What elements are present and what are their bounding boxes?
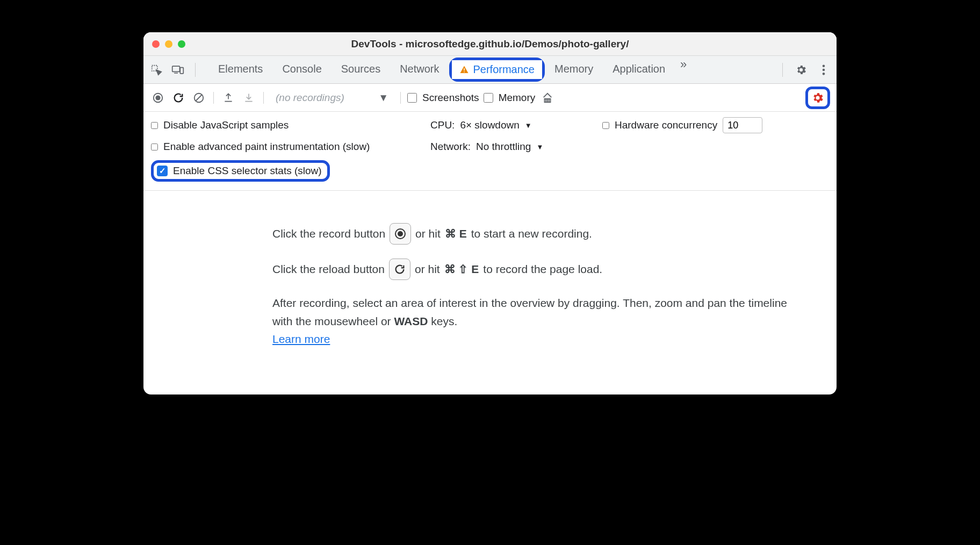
chevron-down-icon: ▼ [525, 121, 532, 130]
dropdown-arrow-icon: ▼ [378, 92, 388, 104]
cpu-label: CPU: [430, 119, 455, 131]
recordings-dropdown[interactable]: (no recordings) ▼ [270, 92, 394, 104]
garbage-collect-icon[interactable] [539, 90, 556, 106]
screenshots-checkbox[interactable]: Screenshots [407, 92, 479, 104]
network-throttle-select[interactable]: No throttling ▼ [476, 141, 543, 153]
css-selector-stats-checkbox[interactable] [157, 166, 168, 176]
tab-elements[interactable]: Elements [208, 58, 272, 82]
disable-js-samples-checkbox[interactable]: Disable JavaScript samples [151, 119, 409, 131]
capture-settings-highlight [805, 87, 830, 109]
svg-rect-4 [464, 68, 465, 71]
download-button[interactable] [241, 90, 257, 106]
css-selector-stats-label: Enable CSS selector stats (slow) [173, 165, 322, 177]
window-title: DevTools - microsoftedge.github.io/Demos… [143, 38, 837, 50]
traffic-lights [143, 40, 185, 48]
empty-state: Click the record button or hit ⌘ E to st… [143, 191, 837, 395]
performance-toolbar: (no recordings) ▼ Screenshots Memory [143, 84, 837, 112]
titlebar: DevTools - microsoftedge.github.io/Demos… [143, 32, 837, 56]
tab-sources[interactable]: Sources [332, 58, 390, 82]
tab-performance-highlight: Performance [449, 58, 545, 82]
memory-checkbox[interactable]: Memory [484, 92, 536, 104]
svg-point-6 [823, 64, 825, 67]
inspect-icon[interactable] [149, 62, 164, 77]
capture-settings-button[interactable] [811, 91, 824, 104]
paint-instrumentation-checkbox[interactable]: Enable advanced paint instrumentation (s… [151, 141, 409, 153]
device-toggle-icon[interactable] [170, 62, 185, 77]
maximize-window-button[interactable] [178, 40, 185, 48]
clear-button[interactable] [191, 90, 207, 106]
close-window-button[interactable] [152, 40, 160, 48]
tabbar: Elements Console Sources Network Perform… [143, 56, 837, 84]
tab-network[interactable]: Network [390, 58, 449, 82]
tab-performance[interactable]: Performance [452, 60, 543, 79]
chevron-down-icon: ▼ [536, 143, 543, 151]
svg-point-8 [823, 73, 825, 75]
svg-line-12 [196, 95, 202, 101]
svg-point-10 [155, 95, 160, 100]
record-button[interactable] [150, 90, 166, 106]
warning-icon [459, 65, 469, 75]
svg-point-7 [823, 68, 825, 71]
devtools-window: DevTools - microsoftedge.github.io/Demos… [143, 32, 837, 395]
capture-settings-panel: Disable JavaScript samples CPU: 6× slowd… [143, 112, 837, 191]
tab-memory[interactable]: Memory [545, 58, 603, 82]
kebab-menu-icon[interactable] [816, 62, 831, 77]
upload-button[interactable] [220, 90, 236, 106]
settings-icon[interactable] [794, 62, 809, 77]
css-selector-stats-highlight: Enable CSS selector stats (slow) [151, 160, 330, 182]
cpu-throttle-select[interactable]: 6× slowdown ▼ [460, 119, 531, 131]
record-button-inline-icon [390, 223, 411, 245]
svg-rect-1 [172, 66, 180, 71]
tabs-overflow-button[interactable]: » [675, 58, 692, 82]
svg-rect-5 [464, 71, 465, 73]
tab-application[interactable]: Application [603, 58, 675, 82]
svg-rect-3 [180, 67, 183, 73]
svg-point-18 [398, 231, 403, 236]
reload-button-inline-icon [389, 259, 410, 280]
minimize-window-button[interactable] [165, 40, 172, 48]
tab-console[interactable]: Console [272, 58, 331, 82]
network-label: Network: [430, 141, 471, 153]
learn-more-link[interactable]: Learn more [272, 333, 330, 345]
hardware-concurrency-input[interactable] [723, 117, 762, 133]
hardware-concurrency-field[interactable]: Hardware concurrency [602, 117, 762, 133]
reload-button[interactable] [170, 90, 186, 106]
